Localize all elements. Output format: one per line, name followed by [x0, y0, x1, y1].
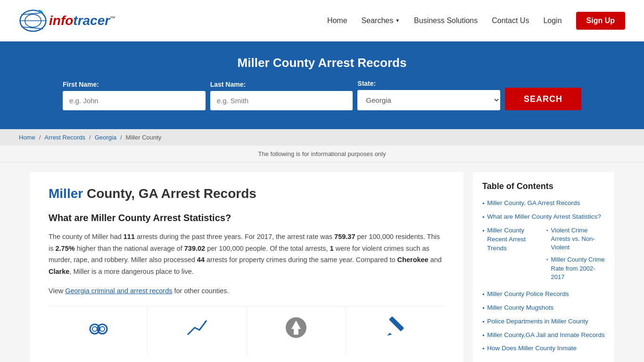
para-start: The county of Miller had	[49, 233, 124, 240]
page-title-rest: County, GA Arrest Records	[83, 186, 256, 201]
logo[interactable]: infotracer™	[19, 7, 116, 35]
breadcrumb-current: Miller County	[126, 134, 162, 141]
svg-rect-14	[294, 329, 298, 335]
para-mid1: arrests during the past three years. For…	[135, 233, 334, 240]
toc-item-3: Miller County Recent Arrest Trends Viole…	[482, 226, 605, 285]
content-area: Miller County, GA Arrest Records What ar…	[30, 172, 463, 362]
arrest-rate: 759.37	[334, 233, 355, 240]
chevron-down-icon: ▼	[395, 18, 400, 23]
georgia-records-link[interactable]: Georgia criminal and arrest records	[65, 287, 172, 295]
toc-item-1: Miller County, GA Arrest Records	[482, 199, 605, 208]
icon-cell-3	[247, 306, 346, 356]
breadcrumb-sep-1: /	[39, 134, 41, 141]
toc-item-2: What are Miller County Arrest Statistics…	[482, 213, 605, 222]
state-label: State:	[357, 80, 500, 87]
view-records-paragraph: View Georgia criminal and arrest records…	[49, 285, 445, 297]
toc-item-7: Miller County,GA Jail and Inmate Records	[482, 331, 605, 340]
last-name-group: Last Name:	[210, 81, 353, 110]
logo-tm: ™	[110, 15, 116, 21]
login-button[interactable]: Login	[543, 16, 561, 25]
arrests-count: 111	[124, 233, 135, 240]
toc-sub-3: Violent Crime Arrests vs. Non-Violent Mi…	[546, 226, 605, 285]
nav-home[interactable]: Home	[327, 16, 347, 25]
para-mid3: higher than the national average of	[75, 245, 184, 252]
pct-higher: 2.75%	[56, 245, 75, 252]
nav-business-solutions[interactable]: Business Solutions	[414, 16, 478, 25]
para-mid7: and	[429, 256, 442, 263]
svg-marker-16	[387, 333, 392, 336]
nav-contact-us[interactable]: Contact Us	[492, 16, 529, 25]
svg-point-7	[92, 327, 97, 331]
toc-link-2[interactable]: What are Miller County Arrest Statistics…	[487, 213, 601, 222]
toc-link-7[interactable]: Miller County,GA Jail and Inmate Records	[487, 331, 605, 340]
toc-item-6: Police Departments in Miller County	[482, 317, 605, 326]
view-text: View	[49, 287, 65, 295]
county2: Clarke	[49, 268, 69, 275]
breadcrumb-sep-3: /	[120, 134, 122, 141]
toc-item-8: How Does Miller County Inmate	[482, 344, 605, 353]
toc-sub-item-3b: Miller County Crime Rate from 2002-2017	[546, 255, 605, 281]
svg-point-9	[100, 327, 105, 331]
info-bar: The following is for informational purpo…	[0, 146, 644, 163]
toc-link-3[interactable]: Miller County Recent Arrest Trends	[487, 226, 536, 253]
icon-cell-1	[49, 306, 148, 356]
search-button[interactable]: SEARCH	[505, 88, 581, 110]
pencil-icon	[383, 316, 407, 344]
toc-link-8[interactable]: How Does Miller County Inmate	[487, 344, 577, 353]
handcuffs-icon	[86, 316, 110, 344]
logo-tracer: tracer	[73, 13, 110, 28]
toc-sub-item-3a: Violent Crime Arrests vs. Non-Violent	[546, 226, 605, 252]
first-name-label: First Name:	[63, 81, 206, 88]
sidebar: Table of Contents Miller County, GA Arre…	[473, 172, 614, 362]
toc-link-4[interactable]: Miller County Police Records	[487, 290, 569, 299]
breadcrumb: Home / Arrest Records / Georgia / Miller…	[0, 129, 644, 146]
icon-cell-2	[148, 306, 247, 356]
statistics-paragraph: The county of Miller had 111 arrests dur…	[49, 231, 445, 278]
svg-rect-15	[389, 316, 405, 332]
icon-cell-4	[346, 306, 445, 356]
first-name-group: First Name:	[63, 81, 206, 110]
logo-info: info	[49, 13, 73, 28]
hero-title: Miller County Arrest Records	[19, 56, 625, 70]
trend-up-icon	[185, 316, 209, 344]
national-avg: 739.02	[184, 245, 205, 252]
toc-item-5: Miller County Mugshots	[482, 304, 605, 313]
first-name-input[interactable]	[63, 91, 206, 110]
state-group: State: Georgia Alabama Florida Texas	[357, 80, 500, 110]
breadcrumb-georgia[interactable]: Georgia	[95, 134, 116, 141]
violent-count: 1	[330, 245, 334, 252]
toc-heading: Table of Contents	[482, 181, 605, 191]
main-container: Miller County, GA Arrest Records What ar…	[20, 163, 624, 362]
info-text: The following is for informational purpo…	[258, 150, 386, 157]
signup-button[interactable]: Sign Up	[576, 12, 625, 30]
toc-item-4: Miller County Police Records	[482, 290, 605, 299]
county1: Cherokee	[397, 256, 429, 263]
para-mid6: arrests for property crimes during the s…	[205, 256, 397, 263]
icon-row	[49, 306, 445, 356]
page-title: Miller County, GA Arrest Records	[49, 186, 445, 201]
property-count: 44	[197, 256, 205, 263]
page-title-highlight: Miller	[49, 186, 83, 201]
state-select[interactable]: Georgia Alabama Florida Texas	[357, 90, 500, 110]
toc-link-1[interactable]: Miller County, GA Arrest Records	[487, 199, 580, 208]
last-name-label: Last Name:	[210, 81, 353, 88]
toc-list: Miller County, GA Arrest Records What ar…	[482, 199, 605, 353]
arrow-up-icon	[284, 316, 308, 344]
view-end: for other counties.	[172, 287, 229, 295]
main-nav: Home Searches ▼ Business Solutions Conta…	[327, 12, 625, 30]
toc-link-6[interactable]: Police Departments in Miller County	[487, 317, 588, 326]
section-heading-statistics: What are Miller County Arrest Statistics…	[49, 213, 445, 223]
para-end: , Miller is a more dangerous place to li…	[69, 268, 194, 275]
breadcrumb-sep-2: /	[89, 134, 91, 141]
toc-sub-link-3a[interactable]: Violent Crime Arrests vs. Non-Violent	[551, 226, 605, 252]
nav-searches[interactable]: Searches ▼	[362, 16, 400, 25]
toc-link-5[interactable]: Miller County Mugshots	[487, 304, 553, 313]
last-name-input[interactable]	[210, 91, 353, 110]
para-mid4: per 100,000 people. Of the total arrests…	[205, 245, 330, 252]
breadcrumb-arrest-records[interactable]: Arrest Records	[44, 134, 85, 141]
hero-section: Miller County Arrest Records First Name:…	[0, 41, 644, 129]
toc-sub-link-3b[interactable]: Miller County Crime Rate from 2002-2017	[551, 255, 605, 281]
search-form: First Name: Last Name: State: Georgia Al…	[63, 80, 581, 110]
header: infotracer™ Home Searches ▼ Business Sol…	[0, 0, 644, 41]
breadcrumb-home[interactable]: Home	[19, 134, 35, 141]
